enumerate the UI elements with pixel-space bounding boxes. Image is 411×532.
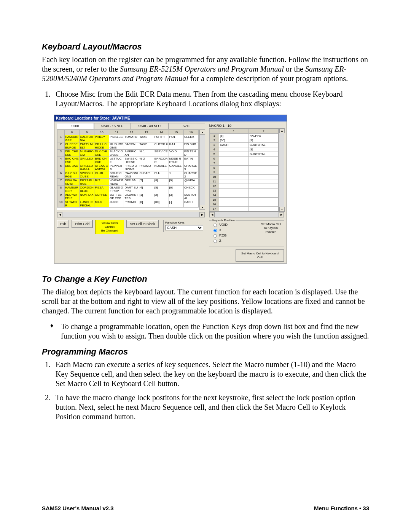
- key-cell[interactable]: [.]: [169, 200, 183, 208]
- key-cell[interactable]: PHILLY: [94, 135, 109, 142]
- key-cell[interactable]: STEAK SANDWI: [94, 164, 109, 171]
- tab-5200[interactable]: 5200: [57, 123, 94, 129]
- key-cell[interactable]: GLASS OF POP: [109, 186, 124, 193]
- key-cell[interactable]: MDSE RETUR: [169, 157, 183, 164]
- set-cell-blank-button[interactable]: Set Cell to Blank: [126, 220, 159, 228]
- macro-cell[interactable]: [249, 184, 279, 189]
- key-cell[interactable]: GRILL CHICKE: [94, 142, 109, 150]
- key-cell[interactable]: MUSHROOMS: [109, 142, 124, 150]
- key-cell[interactable]: FRIED ONIONS: [124, 164, 139, 171]
- key-cell[interactable]: PO1: [169, 135, 183, 142]
- macro-cell[interactable]: [219, 193, 249, 198]
- tab-5215[interactable]: 5215: [168, 123, 206, 129]
- key-cell[interactable]: HAMBURGER: [65, 186, 80, 193]
- key-cell[interactable]: SWISS CHEESE: [124, 157, 139, 164]
- key-cell[interactable]: PEPPERS: [109, 164, 124, 171]
- keyboard-grid[interactable]: ▲ ▼ 89101112131415161HAMBURGERCALIFORNIA…: [57, 129, 205, 210]
- key-cell[interactable]: LETTUCE: [109, 157, 124, 164]
- macro-cell[interactable]: [219, 152, 249, 157]
- key-cell[interactable]: RA1: [169, 142, 183, 150]
- macro-scrollbar-v[interactable]: ▲ ▼: [279, 128, 284, 212]
- tab-5240---40-nlu[interactable]: 5240 - 40 NLU: [131, 123, 168, 129]
- macro-cell[interactable]: [219, 170, 249, 175]
- macro-cell[interactable]: [249, 198, 279, 202]
- macro-cell[interactable]: CASH: [219, 143, 249, 147]
- key-cell[interactable]: CHEESE BURGE: [65, 142, 80, 150]
- key-cell[interactable]: NOSALE: [154, 164, 169, 171]
- key-cell[interactable]: PIZZA: [94, 186, 109, 193]
- key-cell[interactable]: RAW ONIONS: [124, 171, 139, 179]
- macro-cell[interactable]: [249, 189, 279, 193]
- key-cell[interactable]: CORDON BLUE: [80, 186, 94, 193]
- key-cell[interactable]: [5]: [154, 186, 169, 193]
- key-cell[interactable]: CHARGE2: [183, 171, 198, 179]
- exit-button[interactable]: Exit: [57, 220, 69, 228]
- key-cell[interactable]: CLERK: [183, 135, 198, 142]
- key-cell[interactable]: % 1: [139, 150, 154, 157]
- key-cell[interactable]: PROMO: [124, 200, 139, 208]
- key-cell[interactable]: GILY BURGE: [65, 171, 80, 179]
- key-cell[interactable]: F/S SUB: [183, 142, 198, 150]
- function-keys-dropdown[interactable]: CASH: [165, 225, 203, 230]
- macro-cell[interactable]: [219, 189, 249, 193]
- key-cell[interactable]: PIZZA BURGE: [80, 179, 94, 186]
- key-cell[interactable]: [6]: [169, 186, 183, 193]
- keylock-void-option[interactable]: VOID: [212, 222, 233, 227]
- key-cell[interactable]: TAX2: [139, 142, 154, 150]
- macro-scroll-down-icon[interactable]: ▼: [279, 207, 285, 212]
- key-cell[interactable]: LUNCH SPECIAL: [80, 200, 94, 208]
- key-cell[interactable]: [0]: [139, 200, 154, 208]
- key-cell[interactable]: DLX CHICKE: [94, 150, 109, 157]
- macro-cell[interactable]: [249, 157, 279, 161]
- macro-cell[interactable]: [219, 175, 249, 179]
- key-cell[interactable]: [2]: [154, 193, 169, 200]
- key-cell[interactable]: GRILLED HAM &: [80, 164, 94, 171]
- key-cell[interactable]: COFFEE: [94, 193, 109, 200]
- key-cell[interactable]: SUBTOTAL: [183, 193, 198, 200]
- key-cell[interactable]: CALIFORNIA: [80, 135, 94, 142]
- scrollbar-vertical[interactable]: ▲ ▼: [199, 130, 205, 210]
- key-cell[interactable]: PLU: [154, 171, 169, 179]
- key-cell[interactable]: PATTY MELT: [80, 142, 94, 150]
- key-cell[interactable]: MILK: [94, 200, 109, 208]
- key-cell[interactable]: BRD CHICKE: [94, 157, 109, 164]
- macro-cell[interactable]: [249, 179, 279, 184]
- key-cell[interactable]: FSHIFT: [154, 135, 169, 142]
- set-macro-keyboard-button[interactable]: Set Macro Cell to Keyboard Cell: [236, 249, 284, 262]
- key-cell[interactable]: EATIN: [183, 157, 198, 164]
- key-cell[interactable]: BLACK OLIVES: [109, 150, 124, 157]
- key-cell[interactable]: [9]: [169, 179, 183, 186]
- key-cell[interactable]: CIGARETTES: [124, 193, 139, 200]
- scroll-left-icon[interactable]: ◀: [57, 212, 62, 217]
- macro-cell[interactable]: [219, 202, 249, 207]
- key-cell[interactable]: BACON: [124, 142, 139, 150]
- keylock-x-option[interactable]: X: [212, 228, 233, 232]
- key-cell[interactable]: CHECK #: [154, 142, 169, 150]
- scroll-down-icon[interactable]: ▼: [200, 205, 205, 210]
- key-cell[interactable]: DBL BAC: [65, 164, 80, 171]
- key-cell[interactable]: CHECK: [183, 186, 198, 193]
- key-cell[interactable]: DART SUPPLI: [124, 186, 139, 193]
- key-cell[interactable]: [00]: [154, 200, 169, 208]
- key-cell[interactable]: SOUR CREAM: [109, 171, 124, 179]
- key-cell[interactable]: PICKLES: [109, 135, 124, 142]
- macro-cell[interactable]: [249, 161, 279, 166]
- key-cell[interactable]: [7]: [139, 179, 154, 186]
- macro-cell[interactable]: [219, 166, 249, 170]
- macro-cell[interactable]: [219, 161, 249, 166]
- key-cell[interactable]: [1]: [139, 193, 154, 200]
- macro-cell[interactable]: [219, 179, 249, 184]
- macro-cell[interactable]: [1]: [249, 138, 279, 143]
- macro-scroll-right-icon[interactable]: ▶: [279, 212, 284, 217]
- key-cell[interactable]: BOTTLE OF POP: [109, 193, 124, 200]
- key-cell[interactable]: @/VISA: [183, 179, 198, 186]
- macro-cell[interactable]: [219, 198, 249, 202]
- key-cell[interactable]: SWISS HOUSE: [80, 171, 94, 179]
- macro-cell[interactable]: [00]: [219, 138, 249, 143]
- key-cell[interactable]: OFF SALE: [124, 179, 139, 186]
- key-cell[interactable]: SERVICE: [154, 150, 169, 157]
- key-cell[interactable]: TOMATO: [124, 135, 139, 142]
- macro-cell[interactable]: [3]: [249, 147, 279, 152]
- macro-cell[interactable]: [5]: [219, 134, 249, 138]
- key-cell[interactable]: $1 TATOR: [65, 200, 80, 208]
